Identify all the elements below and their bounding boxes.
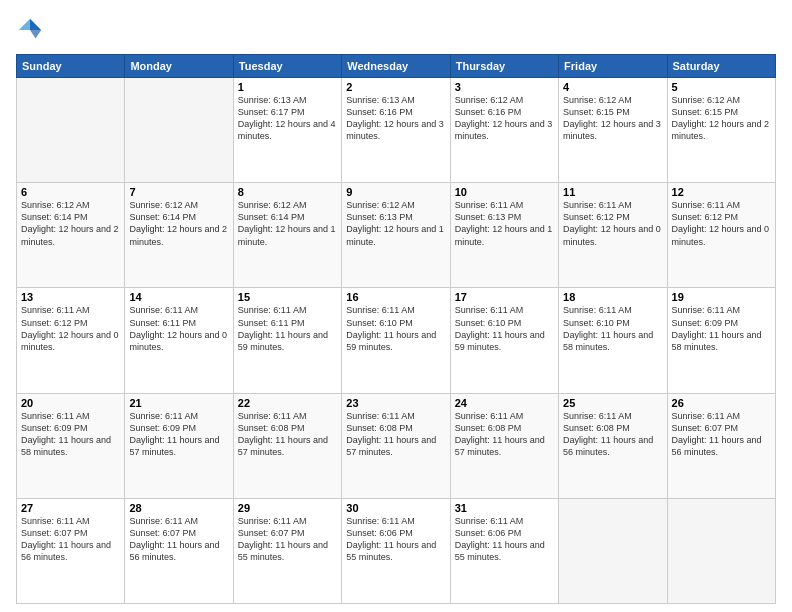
day-number: 19 xyxy=(672,291,771,303)
calendar-cell: 3Sunrise: 6:12 AM Sunset: 6:16 PM Daylig… xyxy=(450,78,558,183)
day-info: Sunrise: 6:11 AM Sunset: 6:10 PM Dayligh… xyxy=(563,304,662,353)
day-number: 4 xyxy=(563,81,662,93)
day-number: 2 xyxy=(346,81,445,93)
day-number: 18 xyxy=(563,291,662,303)
day-number: 12 xyxy=(672,186,771,198)
calendar-cell: 4Sunrise: 6:12 AM Sunset: 6:15 PM Daylig… xyxy=(559,78,667,183)
weekday-header-sunday: Sunday xyxy=(17,55,125,78)
day-info: Sunrise: 6:11 AM Sunset: 6:07 PM Dayligh… xyxy=(129,515,228,564)
day-info: Sunrise: 6:11 AM Sunset: 6:11 PM Dayligh… xyxy=(238,304,337,353)
calendar-table: SundayMondayTuesdayWednesdayThursdayFrid… xyxy=(16,54,776,604)
calendar-cell: 28Sunrise: 6:11 AM Sunset: 6:07 PM Dayli… xyxy=(125,498,233,603)
day-number: 8 xyxy=(238,186,337,198)
day-info: Sunrise: 6:13 AM Sunset: 6:16 PM Dayligh… xyxy=(346,94,445,143)
day-info: Sunrise: 6:11 AM Sunset: 6:08 PM Dayligh… xyxy=(563,410,662,459)
day-info: Sunrise: 6:11 AM Sunset: 6:09 PM Dayligh… xyxy=(672,304,771,353)
calendar-cell: 15Sunrise: 6:11 AM Sunset: 6:11 PM Dayli… xyxy=(233,288,341,393)
calendar-cell: 7Sunrise: 6:12 AM Sunset: 6:14 PM Daylig… xyxy=(125,183,233,288)
day-number: 20 xyxy=(21,397,120,409)
calendar-cell: 5Sunrise: 6:12 AM Sunset: 6:15 PM Daylig… xyxy=(667,78,775,183)
day-info: Sunrise: 6:11 AM Sunset: 6:06 PM Dayligh… xyxy=(455,515,554,564)
weekday-header-friday: Friday xyxy=(559,55,667,78)
day-info: Sunrise: 6:11 AM Sunset: 6:10 PM Dayligh… xyxy=(346,304,445,353)
day-info: Sunrise: 6:11 AM Sunset: 6:13 PM Dayligh… xyxy=(455,199,554,248)
calendar-cell: 27Sunrise: 6:11 AM Sunset: 6:07 PM Dayli… xyxy=(17,498,125,603)
day-number: 13 xyxy=(21,291,120,303)
week-row-5: 27Sunrise: 6:11 AM Sunset: 6:07 PM Dayli… xyxy=(17,498,776,603)
day-info: Sunrise: 6:12 AM Sunset: 6:13 PM Dayligh… xyxy=(346,199,445,248)
week-row-2: 6Sunrise: 6:12 AM Sunset: 6:14 PM Daylig… xyxy=(17,183,776,288)
calendar-cell: 1Sunrise: 6:13 AM Sunset: 6:17 PM Daylig… xyxy=(233,78,341,183)
week-row-3: 13Sunrise: 6:11 AM Sunset: 6:12 PM Dayli… xyxy=(17,288,776,393)
day-number: 9 xyxy=(346,186,445,198)
day-info: Sunrise: 6:11 AM Sunset: 6:08 PM Dayligh… xyxy=(346,410,445,459)
calendar-cell: 17Sunrise: 6:11 AM Sunset: 6:10 PM Dayli… xyxy=(450,288,558,393)
day-number: 17 xyxy=(455,291,554,303)
day-info: Sunrise: 6:11 AM Sunset: 6:11 PM Dayligh… xyxy=(129,304,228,353)
calendar-cell: 29Sunrise: 6:11 AM Sunset: 6:07 PM Dayli… xyxy=(233,498,341,603)
calendar-cell: 19Sunrise: 6:11 AM Sunset: 6:09 PM Dayli… xyxy=(667,288,775,393)
day-info: Sunrise: 6:11 AM Sunset: 6:12 PM Dayligh… xyxy=(672,199,771,248)
calendar-cell: 26Sunrise: 6:11 AM Sunset: 6:07 PM Dayli… xyxy=(667,393,775,498)
day-number: 7 xyxy=(129,186,228,198)
calendar-cell: 2Sunrise: 6:13 AM Sunset: 6:16 PM Daylig… xyxy=(342,78,450,183)
day-info: Sunrise: 6:12 AM Sunset: 6:15 PM Dayligh… xyxy=(563,94,662,143)
day-number: 22 xyxy=(238,397,337,409)
day-number: 28 xyxy=(129,502,228,514)
weekday-header-row: SundayMondayTuesdayWednesdayThursdayFrid… xyxy=(17,55,776,78)
day-number: 30 xyxy=(346,502,445,514)
calendar-cell: 25Sunrise: 6:11 AM Sunset: 6:08 PM Dayli… xyxy=(559,393,667,498)
logo-icon xyxy=(16,16,44,44)
calendar-cell: 23Sunrise: 6:11 AM Sunset: 6:08 PM Dayli… xyxy=(342,393,450,498)
day-number: 21 xyxy=(129,397,228,409)
day-info: Sunrise: 6:11 AM Sunset: 6:06 PM Dayligh… xyxy=(346,515,445,564)
day-info: Sunrise: 6:11 AM Sunset: 6:09 PM Dayligh… xyxy=(129,410,228,459)
day-info: Sunrise: 6:13 AM Sunset: 6:17 PM Dayligh… xyxy=(238,94,337,143)
calendar-cell: 22Sunrise: 6:11 AM Sunset: 6:08 PM Dayli… xyxy=(233,393,341,498)
calendar-cell: 13Sunrise: 6:11 AM Sunset: 6:12 PM Dayli… xyxy=(17,288,125,393)
calendar-cell: 31Sunrise: 6:11 AM Sunset: 6:06 PM Dayli… xyxy=(450,498,558,603)
weekday-header-tuesday: Tuesday xyxy=(233,55,341,78)
day-number: 14 xyxy=(129,291,228,303)
calendar-cell: 16Sunrise: 6:11 AM Sunset: 6:10 PM Dayli… xyxy=(342,288,450,393)
calendar-cell: 18Sunrise: 6:11 AM Sunset: 6:10 PM Dayli… xyxy=(559,288,667,393)
week-row-4: 20Sunrise: 6:11 AM Sunset: 6:09 PM Dayli… xyxy=(17,393,776,498)
calendar-cell: 21Sunrise: 6:11 AM Sunset: 6:09 PM Dayli… xyxy=(125,393,233,498)
day-info: Sunrise: 6:11 AM Sunset: 6:10 PM Dayligh… xyxy=(455,304,554,353)
day-number: 11 xyxy=(563,186,662,198)
calendar-cell: 30Sunrise: 6:11 AM Sunset: 6:06 PM Dayli… xyxy=(342,498,450,603)
calendar-cell: 12Sunrise: 6:11 AM Sunset: 6:12 PM Dayli… xyxy=(667,183,775,288)
day-info: Sunrise: 6:12 AM Sunset: 6:14 PM Dayligh… xyxy=(129,199,228,248)
calendar-cell: 8Sunrise: 6:12 AM Sunset: 6:14 PM Daylig… xyxy=(233,183,341,288)
svg-marker-2 xyxy=(19,19,30,30)
day-info: Sunrise: 6:11 AM Sunset: 6:12 PM Dayligh… xyxy=(21,304,120,353)
page: SundayMondayTuesdayWednesdayThursdayFrid… xyxy=(0,0,792,612)
calendar-cell xyxy=(17,78,125,183)
svg-marker-0 xyxy=(30,19,41,30)
calendar-cell: 10Sunrise: 6:11 AM Sunset: 6:13 PM Dayli… xyxy=(450,183,558,288)
day-info: Sunrise: 6:11 AM Sunset: 6:07 PM Dayligh… xyxy=(21,515,120,564)
calendar-cell: 6Sunrise: 6:12 AM Sunset: 6:14 PM Daylig… xyxy=(17,183,125,288)
day-number: 23 xyxy=(346,397,445,409)
weekday-header-monday: Monday xyxy=(125,55,233,78)
day-info: Sunrise: 6:12 AM Sunset: 6:14 PM Dayligh… xyxy=(21,199,120,248)
day-info: Sunrise: 6:12 AM Sunset: 6:15 PM Dayligh… xyxy=(672,94,771,143)
calendar-cell: 9Sunrise: 6:12 AM Sunset: 6:13 PM Daylig… xyxy=(342,183,450,288)
day-info: Sunrise: 6:11 AM Sunset: 6:08 PM Dayligh… xyxy=(238,410,337,459)
day-number: 25 xyxy=(563,397,662,409)
day-number: 16 xyxy=(346,291,445,303)
day-number: 5 xyxy=(672,81,771,93)
day-info: Sunrise: 6:11 AM Sunset: 6:12 PM Dayligh… xyxy=(563,199,662,248)
day-number: 27 xyxy=(21,502,120,514)
calendar-cell: 24Sunrise: 6:11 AM Sunset: 6:08 PM Dayli… xyxy=(450,393,558,498)
day-number: 29 xyxy=(238,502,337,514)
day-info: Sunrise: 6:12 AM Sunset: 6:14 PM Dayligh… xyxy=(238,199,337,248)
day-number: 15 xyxy=(238,291,337,303)
weekday-header-wednesday: Wednesday xyxy=(342,55,450,78)
weekday-header-thursday: Thursday xyxy=(450,55,558,78)
day-number: 1 xyxy=(238,81,337,93)
logo xyxy=(16,16,48,44)
day-number: 24 xyxy=(455,397,554,409)
day-number: 10 xyxy=(455,186,554,198)
day-info: Sunrise: 6:11 AM Sunset: 6:08 PM Dayligh… xyxy=(455,410,554,459)
